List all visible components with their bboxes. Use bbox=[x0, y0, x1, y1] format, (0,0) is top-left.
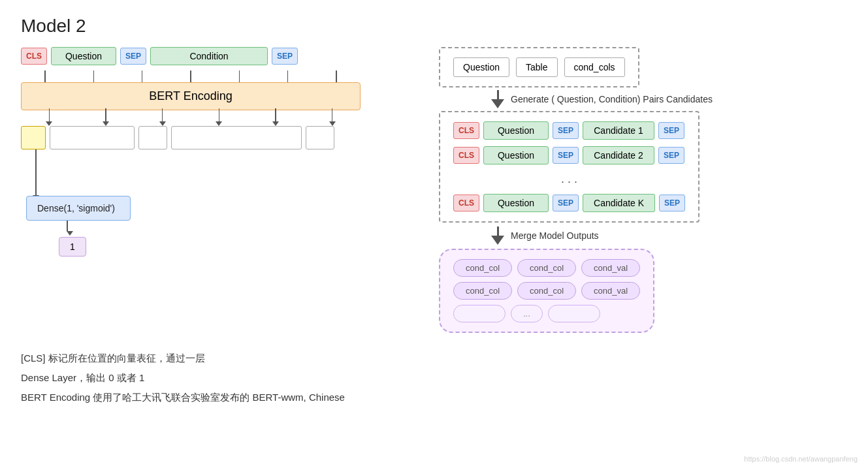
token-input-row: CLS Question SEP Condition SEP bbox=[21, 47, 298, 65]
left-panel: CLS Question SEP Condition SEP BERT Enco… bbox=[21, 47, 400, 257]
arrow-to-bert-2 bbox=[93, 70, 95, 82]
cand-cls-2: CLS bbox=[453, 147, 479, 164]
page-title: Model 2 bbox=[0, 0, 868, 47]
result-pill-2-3: cond_val bbox=[581, 282, 640, 300]
note-1: [CLS] 标记所在位置的向量表征，通过一层 bbox=[21, 349, 847, 368]
candidate-row-1: CLS Question SEP Candidate 1 SEP bbox=[453, 121, 685, 140]
cls-arrow-line-top bbox=[35, 149, 37, 163]
result-pill-1-1: cond_col bbox=[453, 259, 512, 277]
sep-token-2: SEP bbox=[272, 48, 298, 65]
sep-token-1: SEP bbox=[120, 48, 146, 65]
merge-arrow-head bbox=[491, 236, 504, 245]
top-inputs-box: Question Table cond_cols bbox=[439, 47, 639, 87]
output-box-3 bbox=[138, 126, 167, 149]
cand-sep2-k: SEP bbox=[659, 195, 685, 211]
notes-section: [CLS] 标记所在位置的向量表征，通过一层 Dense Layer，输出 0 … bbox=[0, 333, 868, 414]
cls-arrow-line-vert bbox=[35, 163, 37, 195]
input-cond-cols: cond_cols bbox=[564, 57, 625, 77]
generate-label: Generate ( Question, Condition) Pairs Ca… bbox=[511, 94, 713, 104]
arrow-to-bert-4 bbox=[190, 70, 191, 82]
arrow-to-bert-3 bbox=[142, 70, 143, 82]
condition-token: Condition bbox=[150, 47, 268, 65]
right-panel: Question Table cond_cols Generate ( Ques… bbox=[439, 47, 831, 333]
cand-sep2-2: SEP bbox=[658, 147, 684, 164]
dense-arrow-head bbox=[67, 231, 73, 236]
watermark: https://blog.csdn.net/awangpanfeng bbox=[744, 455, 858, 463]
cand-1: Candidate 1 bbox=[583, 121, 654, 140]
arrow-to-bert-6 bbox=[287, 70, 289, 82]
arrow-from-bert-6 bbox=[329, 108, 336, 126]
output-boxes-row bbox=[21, 126, 361, 149]
cand-k: Candidate K bbox=[583, 194, 655, 212]
result-row-dots: ... bbox=[453, 305, 640, 322]
note-3: BERT Encoding 使用了哈工大讯飞联合实验室发布的 BERT-wwm,… bbox=[21, 388, 847, 407]
top-arrow-line bbox=[497, 90, 499, 99]
arrow-to-bert-5 bbox=[239, 70, 240, 82]
result-pill-2-2: cond_col bbox=[517, 282, 576, 300]
cand-q-1: Question bbox=[483, 121, 549, 140]
candidates-box: CLS Question SEP Candidate 1 SEP CLS Que… bbox=[439, 111, 699, 223]
output-box-4 bbox=[171, 126, 302, 149]
question-token: Question bbox=[51, 47, 116, 65]
input-question: Question bbox=[453, 57, 509, 77]
result-pill-3-3 bbox=[548, 305, 600, 322]
cand-q-k: Question bbox=[483, 194, 549, 212]
result-pill-3-2: ... bbox=[511, 305, 543, 322]
result-row-2: cond_col cond_col cond_val bbox=[453, 282, 640, 300]
cls-token: CLS bbox=[21, 48, 47, 65]
merge-arrow-line bbox=[497, 226, 499, 236]
candidate-row-k: CLS Question SEP Candidate K SEP bbox=[453, 194, 685, 212]
output-1-box: 1 bbox=[59, 237, 86, 257]
cand-cls-k: CLS bbox=[453, 195, 479, 211]
cand-q-2: Question bbox=[483, 146, 549, 164]
dense-arrow-line bbox=[67, 221, 68, 231]
top-arrow-head bbox=[491, 99, 504, 108]
arrow-to-bert-7 bbox=[336, 70, 337, 82]
result-pill-1-3: cond_val bbox=[581, 259, 640, 277]
result-pill-2-1: cond_col bbox=[453, 282, 512, 300]
cand-sep2-1: SEP bbox=[658, 122, 684, 139]
result-pill-1-2: cond_col bbox=[517, 259, 576, 277]
candidates-dots: . . . bbox=[453, 171, 685, 187]
result-pill-3-1 bbox=[453, 305, 506, 322]
output-box-5 bbox=[306, 126, 334, 149]
arrow-from-bert-1 bbox=[46, 108, 52, 126]
arrow-from-bert-2 bbox=[103, 108, 109, 126]
dense-box: Dense(1, 'sigmoid') bbox=[26, 196, 131, 221]
candidate-row-2: CLS Question SEP Candidate 2 SEP bbox=[453, 146, 685, 164]
cand-sep1-k: SEP bbox=[553, 195, 579, 211]
results-box: cond_col cond_col cond_val cond_col cond… bbox=[439, 249, 654, 333]
cls-output-box bbox=[21, 126, 46, 149]
cand-sep1-1: SEP bbox=[553, 122, 579, 139]
result-row-1: cond_col cond_col cond_val bbox=[453, 259, 640, 277]
note-2: Dense Layer，输出 0 或者 1 bbox=[21, 368, 847, 388]
cand-2: Candidate 2 bbox=[583, 146, 654, 164]
arrow-from-bert-3 bbox=[159, 108, 166, 126]
cand-sep1-2: SEP bbox=[553, 147, 579, 164]
merge-label: Merge Model Outputs bbox=[511, 230, 599, 241]
output-box-2 bbox=[50, 126, 135, 149]
arrow-from-bert-5 bbox=[272, 108, 279, 126]
arrow-to-bert-1 bbox=[44, 70, 46, 82]
bert-encoding-box: BERT Encoding bbox=[21, 82, 361, 110]
input-table: Table bbox=[516, 57, 557, 77]
arrow-from-bert-4 bbox=[216, 108, 222, 126]
cand-cls-1: CLS bbox=[453, 122, 479, 139]
